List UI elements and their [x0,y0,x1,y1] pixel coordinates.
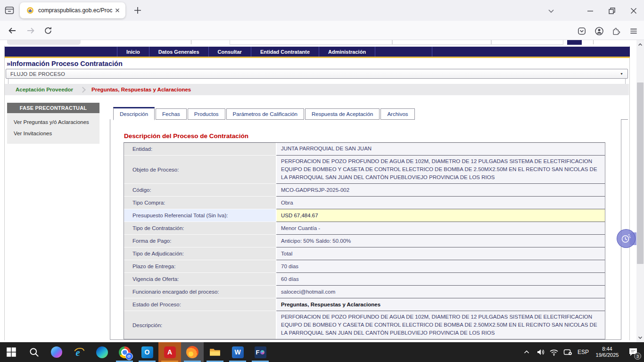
table-row: Presupuesto Referencial Total (Sin Iva):… [124,209,605,222]
browser-toolbar: https://www.compraspublicas.gob.ec/Proce… [0,21,644,40]
internet-explorer-app[interactable]: e [68,342,91,362]
row-label: Presupuesto Referencial Total (Sin Iva): [124,209,276,222]
row-label: Estado del Proceso: [124,298,276,311]
process-tabs: DescripciónFechasProductosParámetros de … [113,107,415,120]
row-label: Entidad: [124,143,276,156]
volume-icon[interactable] [534,342,547,362]
nav-item-administracion[interactable]: Administración [319,47,375,57]
table-row: Entidad:JUNTA PARROQUIAL DE SAN JUAN [124,143,605,156]
sidebar-item-ver-preguntas-y-o-aclaraciones[interactable]: Ver Preguntas y/ó Aclaraciones [7,116,99,128]
row-label: Tipo Compra: [124,197,276,209]
screen: compraspublicas.gob.ec/Proce [0,0,644,362]
scrollbar-thumb[interactable] [637,82,644,264]
start-button[interactable] [0,342,23,362]
breadcrumb-step-preguntas: Preguntas, Respuestas y Aclaraciones [91,87,191,92]
table-row: Forma de Pago:Anticipo: 50% Saldo: 50.00… [124,235,605,247]
tab-fechas[interactable]: Fechas [156,108,187,120]
cutoff-header-element [491,40,563,45]
tab-respuesta-de-aceptacion[interactable]: Respuesta de Aceptación [305,108,380,120]
page-scrollbar[interactable] [636,40,644,342]
site-favicon [26,7,34,14]
forward-button[interactable] [26,26,35,35]
acrobat-app[interactable]: A [158,342,181,362]
search-button[interactable] [23,342,45,362]
word-app[interactable]: W [226,342,249,362]
page-title: »Información Proceso Contratación [7,60,123,67]
tab-productos[interactable]: Productos [188,108,225,120]
breadcrumb-chevron-icon [80,87,86,93]
fes-app[interactable]: F [249,342,272,362]
browser-tab[interactable]: compraspublicas.gob.ec/Proce [20,2,125,18]
table-row: Código:MCO-GADPRSJP-2025-002 [124,184,605,197]
scrollbar-down-arrow-icon[interactable] [636,334,644,341]
tray-time: 8:44 [602,346,612,352]
flujo-de-proceso-select[interactable]: FLUJO DE PROCESO ▼ [6,69,628,79]
meet-now-icon[interactable] [561,342,574,362]
new-tab-button[interactable] [132,5,143,16]
row-label: Objeto de Proceso: [124,156,276,184]
edge-app[interactable] [91,342,113,362]
tab-parametros-de-calificacion[interactable]: Parámetros de Calificación [226,108,304,120]
window-minimize-button[interactable] [586,7,594,15]
cutoff-header-element [567,40,582,45]
scrollbar-up-arrow-icon[interactable] [636,41,644,49]
window-restore-button[interactable] [608,7,616,15]
tab-close-icon[interactable] [114,7,121,14]
account-icon[interactable] [594,26,604,36]
reload-button[interactable] [43,26,53,35]
row-label: Vigencia de Oferta: [124,273,276,286]
tab-archivos[interactable]: Archivos [380,108,414,120]
nav-item-consultar[interactable]: Consultar [208,47,251,57]
sidebar-item-ver-invitaciones[interactable]: Ver Invitaciones [7,128,99,139]
tray-date: 19/6/2025 [596,352,619,358]
pocket-icon[interactable] [577,26,586,36]
tray-chevron-up-icon[interactable] [520,342,534,362]
main-nav: InicioDatos GeneralesConsultarEntidad Co… [5,47,630,57]
breadcrumb-step-aceptacion-proveedor[interactable]: Aceptación Proveedor [16,87,73,92]
outlook-app[interactable]: O [136,342,158,362]
nav-item-datos-generales[interactable]: Datos Generales [149,47,208,57]
browser-tab-bar: compraspublicas.gob.ec/Proce [0,0,644,21]
row-value: saloceci@hotmail.com [276,286,605,298]
nav-item-entidad-contratante[interactable]: Entidad Contratante [251,47,319,57]
tab-title: compraspublicas.gob.ec/Proce [38,7,112,14]
notification-center-icon[interactable]: 3 [622,342,644,362]
row-value: 70 dias [276,260,605,273]
row-value: Anticipo: 50% Saldo: 50.00% [276,235,605,247]
row-label: Funcionario encargado del proceso: [124,286,276,298]
clock-wings-icon [617,229,636,248]
back-button[interactable] [8,26,17,35]
web-page: InicioDatos GeneralesConsultarEntidad Co… [0,40,636,342]
nav-item-inicio[interactable]: Inicio [117,47,149,57]
window-close-button[interactable] [629,7,638,15]
wifi-icon[interactable] [547,342,561,362]
firefox-view-icon[interactable] [4,5,15,16]
notification-count-badge: 3 [634,353,641,360]
row-label: Descripción: [124,311,276,339]
section-heading: Descripción del Proceso de Contratación [124,132,248,140]
file-explorer-app[interactable] [204,342,226,362]
floating-clock-extension-button[interactable] [617,229,636,248]
hamburger-menu-icon[interactable] [629,26,638,36]
nav-spacer [375,47,432,57]
flujo-select-panel [8,79,626,84]
system-tray: ESP 8:44 19/6/2025 3 [520,342,644,362]
tab-descripcion[interactable]: Descripción [113,107,155,120]
copilot-app[interactable] [45,342,68,362]
row-label: Forma de Pago: [124,235,276,247]
language-indicator[interactable]: ESP [574,342,592,362]
clock-date[interactable]: 8:44 19/6/2025 [592,342,622,362]
sidebar-header: FASE PRECONTRACTUAL [7,103,99,113]
table-row: Plazo de Entrega:70 dias [124,260,605,273]
extensions-puzzle-icon[interactable] [611,26,621,36]
firefox-app[interactable] [181,342,204,362]
row-value: USD 67,484.67 [276,209,605,222]
flujo-select-label: FLUJO DE PROCESO [10,71,65,77]
row-label: Tipo de Adjudicación: [124,247,276,260]
cutoff-header-element [392,40,491,45]
table-row: Tipo de Contratación:Menor Cuantía - [124,222,605,235]
tab-list-chevron-icon[interactable] [547,7,555,15]
chrome-app[interactable]: @ [113,342,136,362]
breadcrumb: Aceptación Proveedor Preguntas, Respuest… [5,84,629,95]
sidebar-items: Ver Preguntas y/ó AclaracionesVer Invita… [7,113,99,144]
